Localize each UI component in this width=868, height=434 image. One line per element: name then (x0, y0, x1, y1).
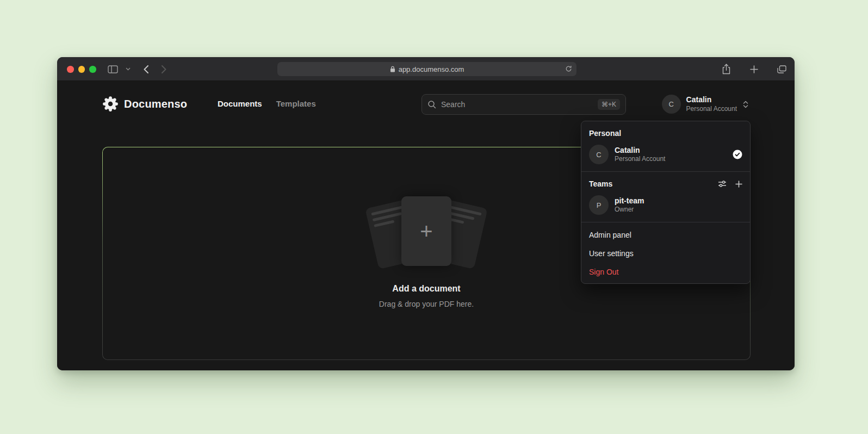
documenso-app: Documenso Documents Templates ⌘+K C Cata… (57, 81, 795, 370)
menu-heading-teams-label: Teams (589, 179, 612, 188)
selected-check-icon (733, 150, 742, 159)
search-box[interactable]: ⌘+K (421, 94, 626, 115)
nav-documents[interactable]: Documents (218, 99, 262, 108)
toolbar-left (108, 57, 166, 81)
document-card-center: + (401, 196, 451, 266)
documenso-logo-icon (102, 96, 119, 112)
menu-heading-teams: Teams (581, 175, 750, 191)
tab-overview-icon[interactable] (777, 65, 786, 73)
zoom-window-button[interactable] (89, 66, 96, 73)
search-icon (427, 100, 436, 109)
new-tab-icon[interactable] (750, 65, 758, 73)
lock-icon (390, 66, 395, 72)
add-team-icon[interactable] (735, 181, 742, 188)
account-type: Personal Account (686, 105, 737, 113)
dropzone-subtitle: Drag & drop your PDF here. (103, 300, 750, 308)
back-button[interactable] (144, 65, 148, 73)
sidebar-toggle-icon[interactable] (108, 65, 118, 73)
nav-templates[interactable]: Templates (276, 99, 316, 108)
menu-divider (581, 171, 750, 172)
browser-window: app.documenso.com (57, 57, 795, 370)
account-name: Catalin (686, 95, 737, 105)
search-shortcut-badge: ⌘+K (598, 99, 620, 110)
share-icon[interactable] (722, 64, 731, 75)
menu-account-name: Catalin (615, 145, 727, 155)
search-input[interactable] (441, 100, 593, 109)
menu-item-team[interactable]: P pit-team Owner (581, 191, 750, 219)
dropzone-title: Add a document (103, 284, 750, 294)
minimize-window-button[interactable] (78, 66, 85, 73)
avatar: C (589, 145, 609, 164)
toolbar-right (722, 57, 786, 81)
menu-team-role: Owner (615, 206, 742, 214)
plus-icon: + (420, 220, 432, 242)
menu-item-user-settings[interactable]: User settings (581, 244, 750, 263)
menu-divider (581, 222, 750, 222)
brand-name: Documenso (124, 98, 187, 110)
menu-item-personal-account[interactable]: C Catalin Personal Account (581, 141, 750, 168)
avatar: P (589, 195, 609, 215)
menu-item-admin-panel[interactable]: Admin panel (581, 226, 750, 244)
menu-heading-personal: Personal (581, 125, 750, 141)
address-url: app.documenso.com (399, 65, 464, 73)
window-controls (67, 66, 96, 73)
brand[interactable]: Documenso (102, 96, 187, 112)
forward-button[interactable] (162, 65, 166, 73)
account-switcher[interactable]: C Catalin Personal Account (662, 95, 749, 114)
menu-item-sign-out[interactable]: Sign Out (581, 263, 750, 281)
card-stripe (374, 220, 394, 227)
document-cards-illustration: + (369, 195, 483, 274)
avatar: C (662, 95, 681, 114)
main-nav: Documents Templates (218, 99, 316, 108)
address-bar[interactable]: app.documenso.com (277, 62, 576, 76)
chevron-down-icon[interactable] (126, 67, 131, 71)
menu-account-subtitle: Personal Account (615, 155, 727, 164)
account-menu: Personal C Catalin Personal Account Team… (581, 121, 751, 284)
manage-teams-icon[interactable] (718, 180, 727, 188)
chevron-updown-icon (742, 100, 749, 109)
close-window-button[interactable] (67, 66, 74, 73)
browser-titlebar: app.documenso.com (57, 57, 795, 81)
reload-icon[interactable] (565, 65, 572, 74)
menu-team-name: pit-team (615, 196, 742, 206)
menu-heading-personal-label: Personal (589, 129, 621, 138)
